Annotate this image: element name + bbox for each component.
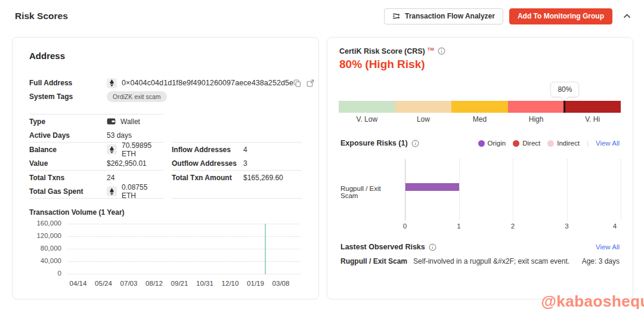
stat-row-balance: Balance 70.59895 ETH — [29, 143, 163, 156]
gauge-segment-low — [395, 101, 452, 113]
legend-item-direct[interactable]: Direct — [513, 140, 540, 147]
stat-row-inflow: Inflow Addresses 4 — [172, 143, 302, 156]
address-panel-title: Address — [29, 51, 302, 61]
x-tick: 08/12 — [144, 280, 165, 287]
stat-row-outflow: Outflow Addresses 3 — [172, 156, 302, 170]
address-panel: Address Full Address 0×0404c04d1d1f8e9f4… — [12, 37, 319, 299]
x-tick: 3 — [561, 223, 573, 230]
gridline — [567, 159, 568, 220]
chevron-up-icon[interactable] — [623, 14, 631, 18]
stat-row-gas-spent: Total Gas Spent 0.08755 ETH — [29, 184, 163, 198]
latest-risk-name: Rugpull / Exit Scam — [340, 257, 413, 265]
x-tick: 10/31 — [194, 280, 216, 287]
gauge-segment-vlow — [339, 101, 395, 113]
system-tags-row: System Tags OrdiZK exit scam — [29, 90, 302, 103]
x-tick: 0 — [399, 223, 411, 230]
header: Risk Scores Transaction Flow Analyzer Ad… — [0, 0, 644, 32]
x-tick: 03/08 — [270, 280, 292, 287]
x-tick: 1 — [453, 223, 465, 230]
eth-icon — [107, 186, 117, 196]
gauge-segment-high — [508, 101, 565, 113]
indirect-dot-icon — [547, 140, 554, 147]
watermark: @kabaoshequ — [541, 292, 644, 309]
system-tag-badge: OrdiZK exit scam — [107, 91, 167, 102]
gauge-label: V. Low — [339, 115, 395, 123]
wallet-icon — [107, 118, 116, 125]
page-title: Risk Scores — [15, 11, 68, 21]
full-address-value: 0×0404c04d1d1f8e9f4901260097aece438a252d… — [122, 79, 293, 87]
flow-analyzer-icon — [392, 12, 401, 20]
y-tick: 80,000 — [29, 245, 61, 252]
exposure-risks-title: Exposure Risks (1) — [340, 139, 408, 147]
latest-risk-row: Rugpull / Exit Scam Self-involved in a r… — [340, 257, 620, 265]
gauge-label: High — [508, 115, 565, 123]
latest-view-all-link[interactable]: View All — [596, 243, 620, 251]
exposure-view-all-link[interactable]: View All — [596, 140, 620, 147]
address-stats: Type Wallet Active Days 53 days Balance — [29, 114, 302, 199]
gridline — [513, 159, 513, 220]
x-tick: 05/24 — [93, 280, 114, 287]
stat-row-txn-amount: Total Txn Amount $165,269.60 — [172, 171, 302, 184]
gridline — [621, 159, 621, 220]
y-tick: 120,000 — [29, 232, 61, 239]
legend-item-indirect[interactable]: Indirect — [547, 140, 580, 147]
exposure-chart: Rugpull / Exit Scam 0 1 2 3 4 — [340, 157, 621, 228]
y-tick: 40,000 — [29, 257, 61, 264]
flow-analyzer-label: Transaction Flow Analyzer — [405, 12, 495, 20]
info-icon[interactable] — [438, 47, 445, 55]
stat-row-type: Type Wallet — [29, 115, 163, 128]
gauge-marker — [564, 101, 565, 113]
gauge-label: Low — [395, 115, 452, 123]
latest-risk-age: Age: 3 days — [582, 257, 620, 265]
exposure-category-label: Rugpull / Exit Scam — [340, 185, 400, 199]
volume-chart-title: Transaction Volume (1 Year) — [29, 208, 302, 217]
x-tick: 2 — [507, 223, 519, 230]
transaction-flow-analyzer-button[interactable]: Transaction Flow Analyzer — [384, 8, 503, 24]
x-tick: 09/21 — [169, 280, 190, 287]
full-address-row: Full Address 0×0404c04d1d1f8e9f490126009… — [29, 76, 302, 90]
gauge-label: V. Hi — [564, 115, 621, 123]
eth-icon — [107, 144, 117, 154]
external-link-icon[interactable] — [306, 79, 314, 87]
risk-score-panel: CertiK Risk Score (CRS) TM 80% (High Ris… — [327, 37, 633, 299]
risk-score-value: 80% (High Risk) — [339, 58, 425, 71]
volume-chart: 160,000 120,000 80,000 40,000 0 04/14 05… — [29, 220, 302, 288]
stat-row-active-days: Active Days 53 days — [29, 128, 163, 142]
y-tick: 160,000 — [29, 220, 61, 227]
x-tick: 4 — [609, 223, 621, 230]
latest-risks-title: Lastest Observed Risks — [340, 243, 425, 251]
gauge-segment-vhi — [564, 101, 621, 113]
x-tick: 01/19 — [245, 280, 267, 287]
gauge-segment-med — [451, 101, 508, 113]
origin-dot-icon — [478, 140, 485, 147]
latest-risk-desc: Self-involved in a rugpull &#x2F; exit s… — [413, 257, 575, 265]
volume-spike-bar — [265, 224, 266, 274]
crs-title: CertiK Risk Score (CRS) — [339, 47, 425, 55]
info-icon[interactable] — [429, 243, 436, 251]
direct-dot-icon — [513, 140, 519, 147]
info-icon[interactable] — [411, 140, 419, 147]
system-tags-label: System Tags — [29, 92, 107, 101]
x-tick: 07/03 — [118, 280, 140, 287]
legend-separator: | — [587, 140, 589, 147]
full-address-label: Full Address — [29, 79, 107, 87]
eth-icon — [107, 78, 117, 88]
legend-item-origin[interactable]: Origin — [478, 140, 506, 147]
y-tick: 0 — [29, 270, 61, 277]
exposure-bar-rugpull — [405, 183, 459, 191]
x-tick: 12/10 — [219, 280, 241, 287]
gauge-label: Med — [451, 115, 508, 123]
trademark-label: TM — [428, 47, 434, 52]
stat-row-value: Value $262,950.01 — [29, 156, 163, 170]
add-to-monitoring-button[interactable]: Add To Monitoring Group — [509, 8, 612, 24]
x-tick: 04/14 — [67, 280, 89, 287]
copy-icon[interactable] — [293, 79, 301, 87]
